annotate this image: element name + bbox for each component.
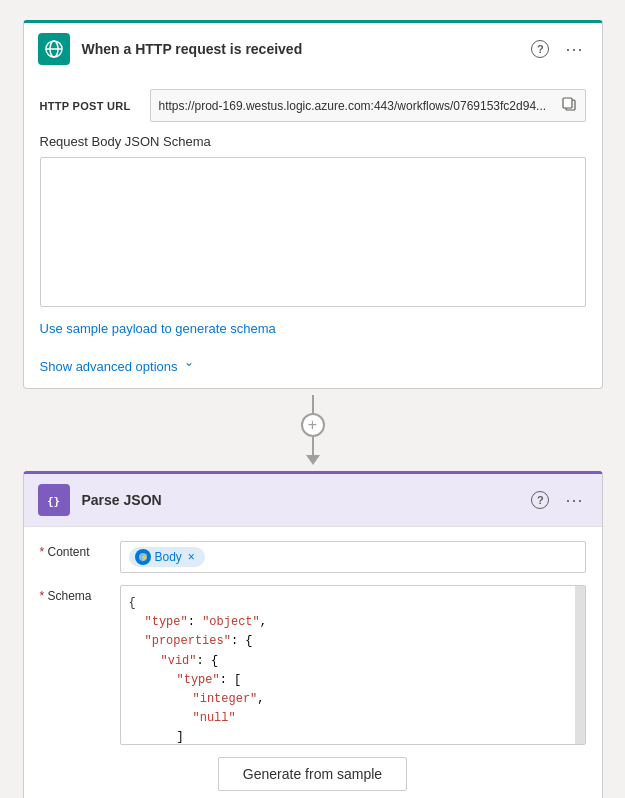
content-input[interactable]: ⚡ Body × xyxy=(120,541,586,573)
svg-text:⚡: ⚡ xyxy=(140,553,148,562)
schema-section-label: Request Body JSON Schema xyxy=(40,134,586,149)
schema-scrollbar[interactable] xyxy=(575,586,585,744)
tag-label: Body xyxy=(155,550,182,564)
connector-between-cards: + xyxy=(301,395,325,465)
parse-more-button[interactable]: ··· xyxy=(561,486,587,515)
schema-required-star: * xyxy=(40,589,45,603)
url-container: https://prod-169.westus.logic.azure.com:… xyxy=(150,89,586,122)
more-icon: ··· xyxy=(565,39,583,60)
parse-help-button[interactable]: ? xyxy=(527,487,553,513)
http-header-actions: ? ··· xyxy=(527,35,587,64)
http-card-icon xyxy=(38,33,70,65)
http-more-button[interactable]: ··· xyxy=(561,35,587,64)
svg-rect-4 xyxy=(563,98,572,108)
svg-text:{}: {} xyxy=(47,495,60,508)
copy-icon[interactable] xyxy=(561,96,577,115)
json-icon: {} xyxy=(44,490,64,510)
url-label: HTTP POST URL xyxy=(40,100,140,112)
url-value: https://prod-169.westus.logic.azure.com:… xyxy=(159,99,555,113)
content-field-row: * Content ⚡ Body × xyxy=(40,541,586,573)
body-tag: ⚡ Body × xyxy=(129,547,205,567)
tag-inner-icon: ⚡ xyxy=(138,552,148,562)
add-step-button[interactable]: + xyxy=(301,413,325,437)
schema-code-content: { "type": "object", "properties": { "vid… xyxy=(121,586,585,744)
globe-icon xyxy=(44,39,64,59)
url-field-row: HTTP POST URL https://prod-169.westus.lo… xyxy=(40,89,586,122)
connector-line-bottom xyxy=(312,437,314,455)
generate-from-sample-button[interactable]: Generate from sample xyxy=(218,757,407,791)
schema-field-row: * Schema { "type": "object", "properties… xyxy=(40,585,586,745)
required-star: * xyxy=(40,545,45,559)
chevron-down-icon: ⌄ xyxy=(184,355,194,369)
http-request-card: When a HTTP request is received ? ··· HT… xyxy=(23,20,603,389)
parse-help-icon: ? xyxy=(531,491,549,509)
http-card-body: HTTP POST URL https://prod-169.westus.lo… xyxy=(24,75,602,388)
parse-card-icon: {} xyxy=(38,484,70,516)
tag-icon: ⚡ xyxy=(135,549,151,565)
http-card-header: When a HTTP request is received ? ··· xyxy=(24,23,602,75)
connector-line-top xyxy=(312,395,314,413)
schema-textarea[interactable] xyxy=(40,157,586,307)
parse-card-title: Parse JSON xyxy=(82,492,516,508)
sample-link-row: Use sample payload to generate schema xyxy=(40,311,586,337)
sample-payload-link[interactable]: Use sample payload to generate schema xyxy=(40,321,276,336)
advanced-options-button[interactable]: Show advanced options xyxy=(40,359,178,374)
parse-json-card: {} Parse JSON ? ··· * Content xyxy=(23,471,603,798)
tag-remove-button[interactable]: × xyxy=(188,550,195,564)
parse-card-body: * Content ⚡ Body × * xyxy=(24,527,602,798)
copy-svg xyxy=(561,96,577,112)
connector-arrow-icon xyxy=(306,455,320,465)
parse-card-header: {} Parse JSON ? ··· xyxy=(24,474,602,527)
plus-icon: + xyxy=(308,416,317,434)
schema-label: * Schema xyxy=(40,585,110,603)
parse-more-icon: ··· xyxy=(565,490,583,511)
http-card-title: When a HTTP request is received xyxy=(82,41,516,57)
help-circle-icon: ? xyxy=(531,40,549,58)
content-label: * Content xyxy=(40,541,110,559)
schema-code-box[interactable]: { "type": "object", "properties": { "vid… xyxy=(120,585,586,745)
schema-section: Request Body JSON Schema xyxy=(40,134,586,311)
http-help-button[interactable]: ? xyxy=(527,36,553,62)
parse-header-actions: ? ··· xyxy=(527,486,587,515)
advanced-options-row: Show advanced options ⌄ xyxy=(40,349,586,374)
